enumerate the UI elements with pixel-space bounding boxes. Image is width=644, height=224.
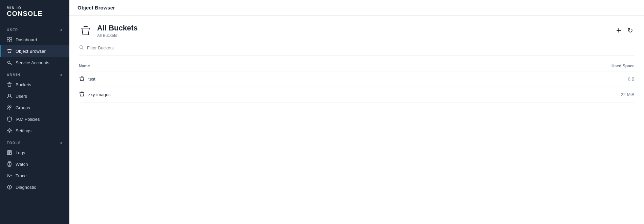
sidebar-item-logs[interactable]: Logs	[0, 147, 69, 158]
add-bucket-button[interactable]: +	[615, 24, 623, 37]
sidebar-item-dashboard[interactable]: Dashboard	[0, 34, 69, 45]
sidebar-item-diagnostic[interactable]: Diagnostic	[0, 181, 69, 193]
logo-bottom: CONSOLE	[7, 10, 63, 18]
sidebar-item-settings-label: Settings	[16, 128, 31, 133]
page-header: All Buckets All Buckets + ↻	[79, 24, 635, 38]
col-name: Name	[79, 61, 401, 71]
logs-icon	[7, 150, 12, 155]
svg-rect-0	[7, 37, 9, 39]
all-buckets-icon	[79, 24, 92, 38]
bucket-row-icon	[79, 75, 85, 83]
sidebar: MIN IO CONSOLE USER ∧ Dashboard Object B…	[0, 0, 69, 224]
buckets-table: Name Used Space test 0 B	[79, 61, 635, 103]
sidebar-item-users[interactable]: Users	[0, 90, 69, 102]
bucket-small-icon	[7, 48, 12, 54]
groups-icon	[7, 105, 12, 110]
sidebar-item-diagnostic-label: Diagnostic	[16, 185, 36, 190]
sidebar-item-trace[interactable]: Trace	[0, 170, 69, 181]
svg-point-8	[9, 130, 10, 132]
filter-input-wrap	[79, 45, 148, 51]
sidebar-item-service-accounts[interactable]: Service Accounts	[0, 57, 69, 68]
bucket-name-cell: test	[79, 75, 401, 83]
sidebar-item-watch[interactable]: Watch	[0, 158, 69, 170]
sidebar-item-users-label: Users	[16, 94, 27, 99]
chevron-admin-icon: ∧	[60, 73, 63, 77]
sidebar-item-groups-label: Groups	[16, 105, 30, 110]
sidebar-item-object-browser[interactable]: Object Browser	[0, 45, 69, 57]
diagnostic-icon	[7, 184, 12, 190]
topbar-title: Object Browser	[77, 5, 115, 10]
bucket-name: test	[88, 76, 95, 82]
sidebar-item-groups[interactable]: Groups	[0, 102, 69, 113]
sidebar-item-service-accounts-label: Service Accounts	[16, 60, 49, 65]
sidebar-item-logs-label: Logs	[16, 150, 25, 155]
sidebar-item-watch-label: Watch	[16, 162, 28, 167]
section-user: USER ∧	[0, 23, 69, 34]
bucket-used-space: 22 MiB	[401, 87, 635, 103]
shield-icon	[7, 116, 12, 122]
page-title: All Buckets	[97, 24, 138, 32]
page-title-text: All Buckets All Buckets	[97, 24, 138, 38]
chevron-user-icon: ∧	[60, 28, 63, 32]
svg-rect-2	[7, 40, 9, 42]
filter-buckets-input[interactable]	[87, 45, 148, 50]
table-row[interactable]: test 0 B	[79, 71, 635, 87]
table-row[interactable]: zxy-images 22 MiB	[79, 87, 635, 103]
sidebar-item-settings[interactable]: Settings	[0, 125, 69, 136]
col-used-space: Used Space	[401, 61, 635, 71]
sidebar-item-object-browser-label: Object Browser	[16, 49, 46, 54]
svg-point-6	[8, 106, 9, 108]
content-area: All Buckets All Buckets + ↻	[69, 16, 644, 224]
header-actions: + ↻	[615, 24, 635, 37]
bucket-used-space: 0 B	[401, 71, 635, 87]
bucket-name: zxy-images	[88, 92, 111, 97]
refresh-button[interactable]: ↻	[626, 25, 635, 36]
svg-point-5	[8, 94, 10, 96]
section-admin: ADMIN ∧	[0, 68, 69, 79]
dashboard-icon	[7, 37, 12, 42]
bucket-name-cell: zxy-images	[79, 91, 401, 98]
svg-point-7	[9, 106, 11, 108]
logo-top: MIN IO	[7, 6, 63, 10]
settings-icon	[7, 128, 12, 133]
sidebar-item-buckets-label: Buckets	[16, 82, 31, 87]
sidebar-item-dashboard-label: Dashboard	[16, 37, 37, 42]
sidebar-item-iam-policies[interactable]: IAM Policies	[0, 113, 69, 125]
sidebar-item-trace-label: Trace	[16, 173, 27, 178]
top-bar: Object Browser	[69, 0, 644, 16]
watch-icon	[7, 161, 12, 167]
search-icon	[79, 45, 84, 51]
user-icon	[7, 93, 12, 99]
page-subtitle: All Buckets	[97, 33, 138, 38]
main-content: Object Browser All Buckets All Buckets	[69, 0, 644, 224]
svg-rect-3	[10, 40, 12, 42]
logo: MIN IO CONSOLE	[0, 0, 69, 23]
trace-icon	[7, 173, 12, 178]
sidebar-item-buckets[interactable]: Buckets	[0, 79, 69, 90]
svg-rect-1	[10, 37, 12, 39]
page-title-block: All Buckets All Buckets	[79, 24, 138, 38]
key-icon	[7, 60, 12, 65]
bucket-row-icon	[79, 91, 85, 98]
sidebar-item-iam-policies-label: IAM Policies	[16, 117, 40, 122]
section-tools: TOOLS ∧	[0, 136, 69, 147]
chevron-tools-icon: ∧	[60, 141, 63, 145]
buckets-icon	[7, 82, 12, 87]
filter-row	[79, 45, 635, 55]
